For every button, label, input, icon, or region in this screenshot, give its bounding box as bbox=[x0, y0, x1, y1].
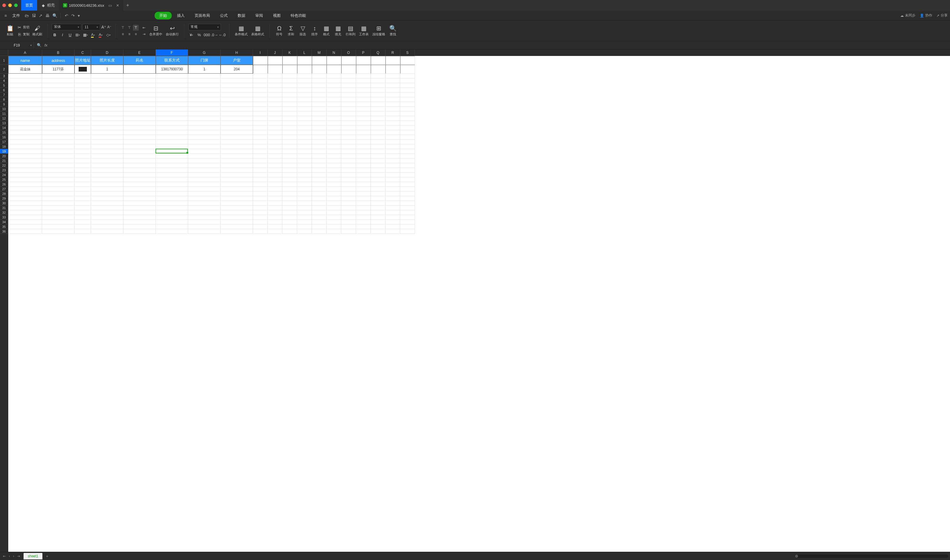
cell-N19[interactable] bbox=[326, 149, 341, 154]
cell-C25[interactable] bbox=[74, 177, 91, 182]
cell-H26[interactable] bbox=[220, 182, 253, 187]
cell-N35[interactable] bbox=[326, 225, 341, 229]
cell-L3[interactable] bbox=[297, 74, 312, 78]
cell-G14[interactable] bbox=[188, 125, 220, 130]
cell-I14[interactable] bbox=[253, 125, 268, 130]
col-header-L[interactable]: L bbox=[297, 49, 312, 56]
cell-F24[interactable] bbox=[156, 172, 188, 177]
cell-R29[interactable] bbox=[385, 196, 400, 201]
cell-K12[interactable] bbox=[282, 116, 297, 121]
filter-button[interactable]: ▽筛选 bbox=[297, 25, 308, 37]
cell-H18[interactable] bbox=[220, 144, 253, 149]
cell-E28[interactable] bbox=[123, 191, 156, 196]
cell-L10[interactable] bbox=[297, 106, 312, 111]
col-header-F[interactable]: F bbox=[156, 49, 188, 56]
cell-J15[interactable] bbox=[268, 130, 282, 135]
cell-P1[interactable] bbox=[356, 56, 371, 65]
cell-H7[interactable] bbox=[220, 92, 253, 97]
cell-F10[interactable] bbox=[156, 106, 188, 111]
cell-J8[interactable] bbox=[268, 97, 282, 102]
cell-M29[interactable] bbox=[312, 196, 326, 201]
cell-S33[interactable] bbox=[400, 215, 415, 220]
cell-C2[interactable] bbox=[74, 65, 91, 74]
cell-S7[interactable] bbox=[400, 92, 415, 97]
cell-Q1[interactable] bbox=[371, 56, 385, 65]
cell-H17[interactable] bbox=[220, 140, 253, 144]
cell-P22[interactable] bbox=[356, 163, 371, 168]
cell-O14[interactable] bbox=[341, 125, 356, 130]
cell-M8[interactable] bbox=[312, 97, 326, 102]
cell-M9[interactable] bbox=[312, 102, 326, 106]
cell-L4[interactable] bbox=[297, 78, 312, 83]
cell-P20[interactable] bbox=[356, 154, 371, 158]
cell-M21[interactable] bbox=[312, 158, 326, 163]
cell-N26[interactable] bbox=[326, 182, 341, 187]
cell-K28[interactable] bbox=[282, 191, 297, 196]
cell-L18[interactable] bbox=[297, 144, 312, 149]
cell-B12[interactable] bbox=[42, 116, 74, 121]
cell-K29[interactable] bbox=[282, 196, 297, 201]
cell-F34[interactable] bbox=[156, 220, 188, 225]
name-box[interactable]: F19▾ bbox=[0, 41, 34, 49]
cell-G8[interactable] bbox=[188, 97, 220, 102]
cell-A14[interactable] bbox=[8, 125, 42, 130]
cell-Q5[interactable] bbox=[371, 83, 385, 88]
cell-F31[interactable] bbox=[156, 206, 188, 210]
cell-Q18[interactable] bbox=[371, 144, 385, 149]
col-header-G[interactable]: G bbox=[188, 49, 220, 56]
cell-F3[interactable] bbox=[156, 74, 188, 78]
cell-C11[interactable] bbox=[74, 111, 91, 116]
cell-D27[interactable] bbox=[91, 187, 123, 191]
cell-J17[interactable] bbox=[268, 140, 282, 144]
row-header-10[interactable]: 10 bbox=[0, 106, 8, 111]
cell-Q32[interactable] bbox=[371, 210, 385, 215]
cell-F7[interactable] bbox=[156, 92, 188, 97]
formula-input[interactable] bbox=[50, 41, 950, 49]
cell-S13[interactable] bbox=[400, 121, 415, 125]
cell-S8[interactable] bbox=[400, 97, 415, 102]
cell-K33[interactable] bbox=[282, 215, 297, 220]
cell-L12[interactable] bbox=[297, 116, 312, 121]
collab-button[interactable]: 👤 协作 bbox=[920, 13, 932, 18]
cell-H9[interactable] bbox=[220, 102, 253, 106]
cell-P17[interactable] bbox=[356, 140, 371, 144]
cell-H5[interactable] bbox=[220, 83, 253, 88]
cell-P25[interactable] bbox=[356, 177, 371, 182]
cell-G4[interactable] bbox=[188, 78, 220, 83]
cell-P27[interactable] bbox=[356, 187, 371, 191]
cell-L24[interactable] bbox=[297, 172, 312, 177]
cell-E12[interactable] bbox=[123, 116, 156, 121]
cell-F23[interactable] bbox=[156, 168, 188, 172]
cell-O32[interactable] bbox=[341, 210, 356, 215]
cell-L35[interactable] bbox=[297, 225, 312, 229]
cell-K8[interactable] bbox=[282, 97, 297, 102]
cell-R2[interactable] bbox=[385, 65, 400, 74]
cell-G18[interactable] bbox=[188, 144, 220, 149]
export-icon[interactable]: ↗ bbox=[39, 13, 42, 18]
cell-B22[interactable] bbox=[42, 163, 74, 168]
cell-style-button[interactable]: ▦▾ bbox=[82, 32, 88, 38]
cell-D32[interactable] bbox=[91, 210, 123, 215]
cell-O27[interactable] bbox=[341, 187, 356, 191]
cell-S25[interactable] bbox=[400, 177, 415, 182]
col-header-A[interactable]: A bbox=[8, 49, 42, 56]
sum-button[interactable]: Σ求和 bbox=[286, 25, 296, 37]
cell-R30[interactable] bbox=[385, 201, 400, 206]
cell-H28[interactable] bbox=[220, 191, 253, 196]
cell-I34[interactable] bbox=[253, 220, 268, 225]
cell-F4[interactable] bbox=[156, 78, 188, 83]
cell-R19[interactable] bbox=[385, 149, 400, 154]
cell-G31[interactable] bbox=[188, 206, 220, 210]
cell-M30[interactable] bbox=[312, 201, 326, 206]
cell-S19[interactable] bbox=[400, 149, 415, 154]
col-header-S[interactable]: S bbox=[400, 49, 415, 56]
cell-J16[interactable] bbox=[268, 135, 282, 140]
cell-S28[interactable] bbox=[400, 191, 415, 196]
cell-K16[interactable] bbox=[282, 135, 297, 140]
cell-N33[interactable] bbox=[326, 215, 341, 220]
cell-F19[interactable] bbox=[156, 149, 188, 154]
cell-P3[interactable] bbox=[356, 74, 371, 78]
cell-B5[interactable] bbox=[42, 83, 74, 88]
wrap-button[interactable]: ↩自动换行 bbox=[165, 25, 180, 37]
cell-N22[interactable] bbox=[326, 163, 341, 168]
